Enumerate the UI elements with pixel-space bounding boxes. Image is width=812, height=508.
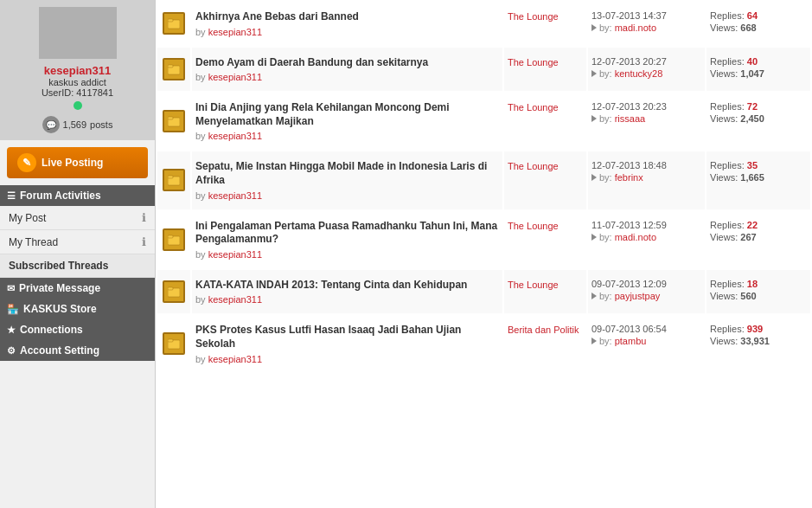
thread-icon <box>163 58 185 80</box>
user-title: kaskus addict <box>7 77 148 87</box>
account-setting-header[interactable]: ⚙ Account Setting <box>0 340 155 361</box>
thread-title[interactable]: Ini Dia Anjing yang Rela Kehilangan Monc… <box>195 101 499 128</box>
thread-date-cell: 09-07-2013 12:09 by: payjustpay <box>588 270 705 314</box>
play-icon <box>591 24 597 31</box>
table-row: PKS Protes Kasus Lutfi Hasan Isaaq Jadi … <box>157 315 810 372</box>
thread-last-by-link[interactable]: payjustpay <box>615 291 661 301</box>
thread-stats-cell: Replies: 40 Views: 1,047 <box>707 48 810 92</box>
sidebar-item-subscribed-threads[interactable]: Subscribed Threads <box>0 254 155 278</box>
thread-last-by-link[interactable]: madi.noto <box>615 232 656 242</box>
thread-author-row: by kesepian311 <box>195 27 499 37</box>
thread-forum-link[interactable]: The Lounge <box>508 57 559 68</box>
thread-forum-link[interactable]: The Lounge <box>508 11 559 22</box>
thread-last-by-link[interactable]: ptambu <box>615 336 647 346</box>
thread-forum-cell: The Lounge <box>504 270 586 314</box>
table-row: Akhirnya Ane Bebas dari Banned by kesepi… <box>157 2 810 46</box>
thread-last-by: by: madi.noto <box>591 232 701 242</box>
thread-replies-link[interactable]: 64 <box>747 10 758 21</box>
thread-author-link[interactable]: kesepian311 <box>208 249 262 260</box>
table-row: Ini Dia Anjing yang Rela Kehilangan Monc… <box>157 93 810 150</box>
thread-author-link[interactable]: kesepian311 <box>208 72 262 82</box>
forum-activities-header: ☰ Forum Activities <box>0 185 155 206</box>
play-icon <box>591 174 597 181</box>
thread-last-by-link[interactable]: madi.noto <box>615 23 656 33</box>
thread-forum-link[interactable]: The Lounge <box>508 161 559 171</box>
live-posting-button[interactable]: ✎ Live Posting <box>7 147 148 178</box>
thread-forum-link[interactable]: Berita dan Politik <box>508 325 579 335</box>
forum-activities-icon: ☰ <box>7 190 16 202</box>
username: kesepian311 <box>7 64 148 77</box>
thread-last-by: by: ptambu <box>591 336 701 346</box>
thread-views-count: 1,665 <box>740 172 764 183</box>
thread-last-by-link[interactable]: febrinx <box>615 172 643 183</box>
thread-date-cell: 13-07-2013 14:37 by: madi.noto <box>588 2 705 46</box>
thread-views-count: 1,047 <box>740 68 764 79</box>
thread-last-by: by: kentucky28 <box>591 68 701 79</box>
sidebar-item-my-thread[interactable]: My Thread ℹ <box>0 230 155 254</box>
private-message-header[interactable]: ✉ Private Message <box>0 278 155 299</box>
connections-header[interactable]: ★ Connections <box>0 319 155 340</box>
thread-title[interactable]: Akhirnya Ane Bebas dari Banned <box>195 10 499 24</box>
my-post-label: My Post <box>9 212 46 224</box>
thread-forum-cell: The Lounge <box>504 93 586 150</box>
thread-title-cell: Sepatu, Mie Instan Hingga Mobil Made in … <box>192 151 502 209</box>
thread-replies-link[interactable]: 18 <box>747 279 758 289</box>
thread-replies: Replies: 22 <box>710 220 807 230</box>
posts-label: posts <box>90 119 112 130</box>
thread-title[interactable]: Ini Pengalaman Pertama Puasa Ramadhanku … <box>195 220 499 247</box>
thread-title[interactable]: PKS Protes Kasus Lutfi Hasan Isaaq Jadi … <box>195 324 499 350</box>
thread-views: Views: 33,931 <box>710 336 807 346</box>
kaskus-store-icon: 🏪 <box>7 304 19 315</box>
svg-rect-1 <box>168 19 173 22</box>
thread-title[interactable]: Demo Ayam di Daerah Bandung dan sekitarn… <box>195 56 499 70</box>
thread-author-link[interactable]: kesepian311 <box>208 294 262 305</box>
thread-author-row: by kesepian311 <box>195 131 499 141</box>
table-row: Ini Pengalaman Pertama Puasa Ramadhanku … <box>157 211 810 268</box>
thread-author-link[interactable]: kesepian311 <box>208 190 262 201</box>
sidebar-item-my-post[interactable]: My Post ℹ <box>0 206 155 230</box>
thread-forum-link[interactable]: The Lounge <box>508 280 559 290</box>
thread-date: 12-07-2013 20:27 <box>591 56 701 67</box>
private-message-icon: ✉ <box>7 283 15 294</box>
thread-stats-cell: Replies: 35 Views: 1,665 <box>707 151 810 209</box>
thread-forum-link[interactable]: The Lounge <box>508 221 559 231</box>
folder-icon <box>168 286 180 298</box>
posts-count: 1,569 <box>63 119 87 130</box>
folder-icon <box>168 17 180 29</box>
play-icon <box>591 70 597 77</box>
thread-icon <box>163 332 185 355</box>
thread-author-link[interactable]: kesepian311 <box>208 27 262 37</box>
main-content: Akhirnya Ane Bebas dari Banned by kesepi… <box>156 0 812 508</box>
thread-views-count: 33,931 <box>740 336 770 346</box>
thread-forum-cell: The Lounge <box>504 48 586 92</box>
thread-title-cell: KATA-KATA INDAH 2013: Tentang Cinta dan … <box>192 270 502 314</box>
thread-author-link[interactable]: kesepian311 <box>208 354 262 364</box>
svg-rect-3 <box>168 65 173 68</box>
thread-replies: Replies: 72 <box>710 101 807 112</box>
subscribed-threads-label: Subscribed Threads <box>9 260 108 272</box>
thread-title[interactable]: KATA-KATA INDAH 2013: Tentang Cinta dan … <box>195 279 499 293</box>
thread-icon <box>163 169 185 191</box>
kaskus-store-header[interactable]: 🏪 KASKUS Store <box>0 299 155 319</box>
thread-last-by-link[interactable]: rissaaa <box>615 113 645 124</box>
posts-icon: 💬 <box>42 116 60 133</box>
thread-icon-cell <box>157 93 190 150</box>
thread-forum-link[interactable]: The Lounge <box>508 102 559 113</box>
thread-replies-link[interactable]: 939 <box>747 324 763 334</box>
folder-icon <box>168 234 180 246</box>
thread-date-cell: 09-07-2013 06:54 by: ptambu <box>588 315 705 372</box>
thread-replies-link[interactable]: 40 <box>747 56 758 67</box>
thread-title[interactable]: Sepatu, Mie Instan Hingga Mobil Made in … <box>195 160 499 187</box>
thread-replies-link[interactable]: 22 <box>747 220 758 230</box>
thread-forum-cell: Berita dan Politik <box>504 315 586 372</box>
thread-author-link[interactable]: kesepian311 <box>208 131 262 141</box>
svg-rect-9 <box>168 235 173 238</box>
thread-author-row: by kesepian311 <box>195 294 499 305</box>
thread-icon-cell <box>157 315 190 372</box>
thread-replies-link[interactable]: 72 <box>747 101 758 112</box>
thread-last-by-link[interactable]: kentucky28 <box>615 68 663 79</box>
play-icon <box>591 293 597 299</box>
play-icon <box>591 338 597 344</box>
thread-author-row: by kesepian311 <box>195 190 499 201</box>
thread-replies-link[interactable]: 35 <box>747 160 758 170</box>
